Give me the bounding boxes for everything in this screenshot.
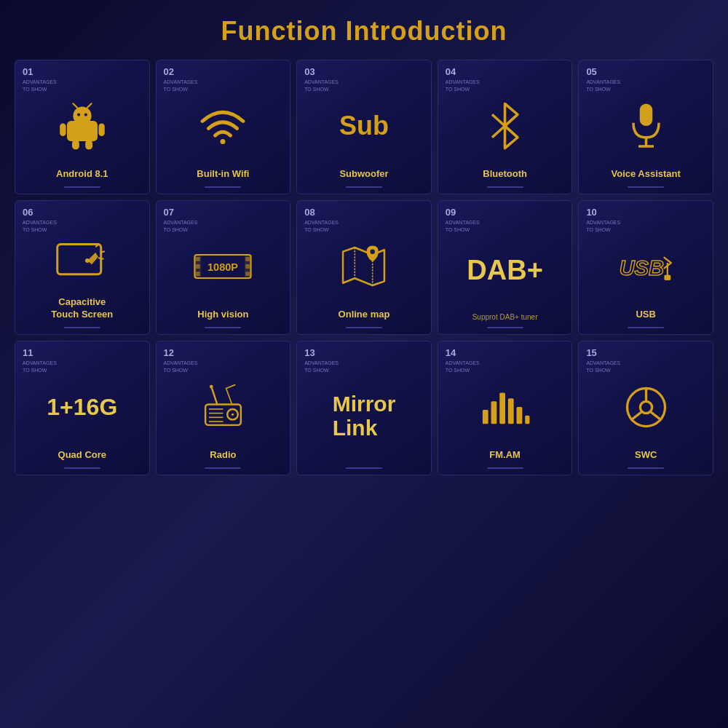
android-icon-area — [23, 88, 142, 164]
svg-rect-36 — [665, 274, 671, 280]
svg-rect-9 — [85, 141, 92, 150]
svg-point-2 — [77, 114, 80, 116]
map-icon-area — [304, 229, 424, 304]
card-radio: 12 ADVANTAGESTO SHOW — [156, 341, 291, 475]
svg-rect-48 — [482, 410, 488, 424]
card-fmam: 14 ADVANTAGESTO SHOW FM.AM — [438, 341, 573, 475]
swc-label: SWC — [635, 449, 657, 462]
touch-label: Capacitive Touch Screen — [51, 296, 113, 321]
swc-icon-area — [586, 369, 705, 445]
svg-line-46 — [226, 388, 232, 404]
usb-label: USB — [636, 309, 655, 321]
svg-point-17 — [85, 258, 90, 263]
svg-point-43 — [232, 413, 234, 415]
svg-line-4 — [73, 103, 77, 108]
svg-line-20 — [98, 258, 104, 259]
svg-rect-49 — [491, 401, 496, 424]
radio-icon-area — [164, 369, 283, 445]
svg-rect-26 — [196, 272, 200, 276]
svg-rect-7 — [98, 124, 104, 137]
card-map: 08 ADVANTAGESTO SHOW Online map — [296, 200, 432, 335]
fmam-icon-area — [446, 369, 565, 445]
grid-row-3: 11 ADVANTAGESTO SHOW 1+16G Quad Core 12 … — [15, 341, 713, 475]
svg-text:USB: USB — [620, 256, 664, 279]
svg-line-5 — [87, 103, 92, 108]
svg-rect-13 — [639, 103, 652, 126]
svg-point-33 — [371, 249, 376, 254]
card-android: 01 ADVANTAGESTO SHOW — [15, 60, 150, 194]
svg-line-44 — [211, 387, 217, 404]
card-hd: 07 ADVANTAGESTO SHOW 1080P — [156, 200, 291, 335]
function-grid: 01 ADVANTAGESTO SHOW — [7, 60, 721, 475]
svg-text:1080P: 1080P — [207, 261, 238, 273]
svg-rect-8 — [72, 141, 79, 150]
storage-label: Quad Core — [58, 449, 106, 462]
svg-rect-28 — [246, 264, 250, 269]
svg-line-19 — [100, 251, 106, 253]
usb-icon-area: USB — [586, 229, 705, 304]
page-title: Function Introduction — [221, 0, 507, 60]
radio-label: Radio — [210, 449, 236, 462]
svg-point-1 — [73, 106, 91, 124]
card-subwoofer: 03 ADVANTAGESTO SHOW Sub Subwoofer — [296, 60, 432, 194]
card-dab: 09 ADVANTAGESTO SHOW DAB+ Supprot DAB+ t… — [438, 200, 573, 335]
dab-sublabel: Supprot DAB+ tuner — [472, 313, 538, 321]
card-touch: 06 ADVANTAGESTO SHOW Capacitive Touch Sc… — [15, 200, 150, 335]
svg-point-3 — [84, 114, 87, 116]
grid-row-2: 06 ADVANTAGESTO SHOW Capacitive Touch Sc… — [15, 200, 713, 335]
wifi-label: Built-in Wifi — [197, 168, 249, 181]
svg-rect-25 — [196, 264, 200, 269]
svg-rect-50 — [499, 393, 505, 424]
card-wifi: 02 ADVANTAGESTO SHOW Built-in Wifi — [156, 60, 291, 194]
subwoofer-icon-area: Sub — [304, 88, 424, 164]
voice-label: Voice Assistant — [611, 168, 680, 181]
storage-icon-area: 1+16G — [23, 369, 142, 445]
svg-point-55 — [640, 401, 652, 413]
svg-rect-27 — [246, 257, 250, 261]
map-label: Online map — [339, 309, 390, 321]
subwoofer-label: Subwoofer — [339, 168, 388, 181]
card-usb: 10 ADVANTAGESTO SHOW USB USB — [578, 200, 713, 335]
hd-label: High vision — [197, 309, 248, 321]
wifi-icon-area — [164, 88, 283, 164]
svg-line-58 — [651, 412, 662, 420]
mirror-icon-area: MirrorLink — [304, 369, 424, 462]
card-storage: 11 ADVANTAGESTO SHOW 1+16G Quad Core — [15, 341, 150, 475]
bluetooth-icon-area — [446, 88, 565, 164]
card-swc: 15 ADVANTAGESTO SHOW SWC — [578, 341, 713, 475]
svg-point-10 — [221, 139, 226, 144]
dab-icon-area: DAB+ — [446, 229, 565, 312]
svg-rect-6 — [60, 124, 66, 137]
card-mirror: 13 ADVANTAGESTO SHOW MirrorLink — [296, 341, 432, 475]
fmam-label: FM.AM — [489, 449, 521, 462]
card-bluetooth: 04 ADVANTAGESTO SHOW Bluetooth — [438, 60, 573, 194]
bluetooth-label: Bluetooth — [483, 168, 527, 181]
svg-line-47 — [226, 384, 234, 388]
svg-rect-24 — [196, 257, 200, 261]
android-label: Android 8.1 — [56, 168, 108, 181]
card-voice: 05 ADVANTAGESTO SHOW Voice Assistant — [578, 60, 713, 194]
svg-rect-29 — [246, 272, 250, 276]
svg-rect-51 — [507, 398, 513, 424]
svg-line-57 — [630, 412, 641, 420]
grid-row-1: 01 ADVANTAGESTO SHOW — [15, 60, 713, 194]
voice-icon-area — [586, 88, 705, 164]
svg-rect-53 — [525, 416, 529, 424]
svg-rect-52 — [516, 407, 522, 424]
touch-icon-area — [23, 229, 142, 292]
svg-point-45 — [210, 384, 213, 388]
hd-icon-area: 1080P — [164, 229, 283, 304]
